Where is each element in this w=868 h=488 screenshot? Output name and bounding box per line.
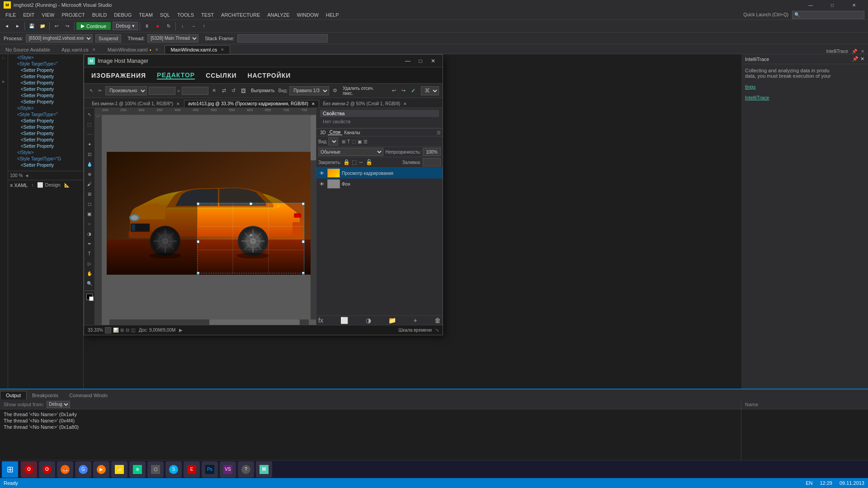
layer-new-btn[interactable]: +	[413, 317, 417, 324]
menu-architecture[interactable]: ARCHITECTURE	[217, 11, 264, 19]
suspend-btn[interactable]: Suspend	[95, 34, 121, 42]
settings-link[interactable]: tings	[745, 84, 755, 89]
canvas-resize-btn[interactable]: ⤡	[435, 328, 439, 333]
tool-magic-wand[interactable]: ✦	[85, 140, 94, 149]
tool-zoom[interactable]: 🔍	[85, 279, 94, 288]
tab-app-xaml[interactable]: App.xaml.cs ✕	[56, 45, 102, 54]
nav-settings[interactable]: НАСТРОЙКИ	[248, 72, 291, 79]
expand-1[interactable]: ▷	[0, 56, 7, 61]
step-into[interactable]: ↓	[178, 21, 188, 31]
xaml-sort-icon[interactable]: ↕	[31, 183, 33, 188]
expand-4[interactable]: ▶	[0, 80, 7, 85]
view-mode-select[interactable]	[328, 137, 338, 145]
thread-select[interactable]: [5328] Main Thread	[147, 34, 198, 42]
taskbar-vlc[interactable]: ▶	[93, 461, 109, 478]
crop-refresh-btn[interactable]: ↺	[230, 87, 238, 95]
layer-fx-btn[interactable]: fx	[318, 317, 323, 324]
lock-icon-4[interactable]: 🔓	[366, 159, 373, 165]
step-out[interactable]: ↑	[199, 21, 209, 31]
zoom-input[interactable]	[105, 327, 111, 333]
layer-icon-1[interactable]: ⊞	[342, 139, 345, 144]
tab-mainwindow-xaml[interactable]: MainWindow.xaml ⬧ ✕	[102, 45, 165, 54]
taskbar-start[interactable]: ⊞	[2, 461, 18, 478]
output-source-select[interactable]: Debug	[47, 401, 70, 408]
restart-btn[interactable]: ↻	[164, 21, 174, 31]
tool-crop[interactable]: ✂	[97, 87, 104, 94]
ihm-maximize-btn[interactable]: □	[415, 56, 426, 66]
layer-icon-5[interactable]: ☰	[363, 139, 368, 144]
confirm-crop-btn[interactable]: ✓	[409, 87, 417, 95]
process-select[interactable]: [6500] imghost2.vshost.exe	[26, 34, 93, 42]
canvas-scrollbar-v[interactable]	[311, 115, 316, 319]
menu-edit[interactable]: EDIT	[19, 11, 38, 19]
toolbar-back[interactable]: ◄	[2, 21, 12, 31]
tool-brush[interactable]: 🖌	[85, 179, 94, 188]
menu-build[interactable]: BUILD	[89, 11, 110, 19]
step-over[interactable]: →	[189, 21, 198, 31]
tool-blur[interactable]: ○	[85, 219, 94, 228]
taskbar-chrome[interactable]: G	[75, 461, 91, 478]
tool-clone[interactable]: ⊞	[85, 189, 94, 198]
tool-crop-2[interactable]: ⊡	[85, 150, 94, 159]
tab-app-xaml-close[interactable]: ✕	[92, 47, 96, 52]
ihm-minimize-btn[interactable]: —	[402, 56, 414, 66]
layer-item-1[interactable]: 👁 Просмотр кадрирования	[316, 168, 443, 178]
menu-window[interactable]: WINDOW	[293, 11, 322, 19]
crop-clear-btn[interactable]: ✕	[210, 87, 218, 95]
redo-btn-ihm[interactable]: ↪	[400, 87, 408, 95]
layer-mask-btn[interactable]: ⬜	[340, 317, 348, 324]
tab-mainwindow-xaml-cs-close[interactable]: ✕	[221, 47, 224, 52]
menu-debug[interactable]: DEBUG	[110, 11, 135, 19]
layer-visibility-1[interactable]: 👁	[318, 169, 326, 177]
delete-offscreen-btn[interactable]: Удалить отсеч. пикс.	[341, 86, 387, 96]
toolbar-redo[interactable]: ↪	[62, 21, 72, 31]
toolbar-forward[interactable]: ►	[13, 21, 23, 31]
canvas-tab-2[interactable]: avto1413.jpg @ 33.3% (Просмотр кадрирова…	[184, 100, 319, 108]
layer-group-btn[interactable]: 📁	[388, 317, 396, 324]
crop-type-select[interactable]: Произвольно	[105, 86, 147, 95]
fill-input[interactable]	[423, 158, 441, 166]
tool-hand[interactable]: ✋	[85, 269, 94, 278]
crop-swap-btn[interactable]: ⇄	[220, 87, 228, 95]
nav-editor[interactable]: РЕДАКТОР	[157, 71, 195, 80]
tool-shape[interactable]: ▷	[85, 259, 94, 268]
tool-marquee[interactable]: ⬚	[85, 120, 94, 129]
canvas-tab-1[interactable]: Без имени-1 @ 100% (Слой 1, RGB/8*) ✕	[88, 100, 184, 108]
settings-btn[interactable]: ⚙	[331, 87, 339, 95]
taskbar-help[interactable]: ?	[238, 461, 254, 478]
continue-button[interactable]: ▶Continue	[76, 22, 111, 30]
tool-eyedropper[interactable]: 💧	[85, 160, 94, 169]
taskbar-ps[interactable]: Ps	[202, 461, 218, 478]
menu-file[interactable]: FILE	[2, 11, 19, 19]
taskbar-vs[interactable]: VS	[220, 461, 236, 478]
layer-adj-btn[interactable]: ◑	[366, 317, 371, 324]
toolbar-save-all[interactable]: 📁	[38, 21, 47, 31]
canvas-content[interactable]	[102, 115, 316, 325]
tool-select-arrow[interactable]: ↖	[88, 87, 95, 94]
taskbar-app-3[interactable]: E	[184, 461, 200, 478]
layers-3d-tab[interactable]: 3D	[318, 130, 328, 135]
taskbar-folder[interactable]: 📁	[111, 461, 127, 478]
canvas-scroll-thumb-v[interactable]	[311, 115, 316, 160]
layer-delete-btn[interactable]: 🗑	[434, 317, 441, 324]
close-button[interactable]: ✕	[844, 0, 864, 10]
tool-gradient[interactable]: ▣	[85, 209, 94, 218]
pause-btn[interactable]: ⏸	[142, 21, 152, 31]
size-select[interactable]: 3D	[421, 86, 439, 95]
intellitrace-tab-label[interactable]: IntelliTrace	[826, 49, 848, 54]
taskbar-skype[interactable]: S	[165, 461, 182, 478]
taskbar-opera-2[interactable]: O	[39, 461, 55, 478]
command-tab[interactable]: Command Windo	[64, 391, 113, 399]
tab-mainwindow-xaml-cs[interactable]: MainWindow.xaml.cs ✕	[165, 45, 230, 54]
xaml-tab[interactable]: ≡ XAML	[10, 183, 28, 188]
minimize-button[interactable]: —	[800, 0, 821, 10]
design-tab[interactable]: ⬜ Design	[37, 182, 60, 188]
tool-lasso[interactable]: ⋯	[85, 130, 94, 139]
nav-images[interactable]: ИЗОБРАЖЕНИЯ	[91, 72, 146, 79]
tool-heal[interactable]: ⊕	[85, 169, 94, 178]
menu-sql[interactable]: SQL	[156, 11, 174, 19]
tool-fg-color[interactable]	[86, 294, 93, 300]
canvas-scrollbar-h[interactable]	[109, 319, 309, 325]
menu-team[interactable]: TEAM	[135, 11, 156, 19]
scroll-h[interactable]: ◄	[24, 173, 29, 178]
